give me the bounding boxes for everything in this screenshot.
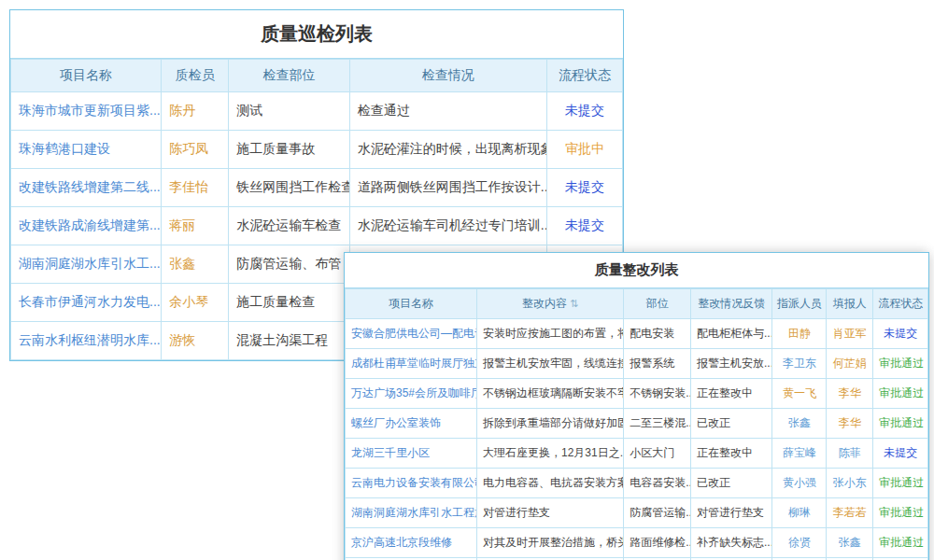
col-header-assigned: 指派人员 xyxy=(772,289,827,319)
table-row[interactable]: 成都杜甫草堂临时展厅独立展... 报警主机安放牢固，线缆连接... 报警系统 报… xyxy=(346,349,928,379)
table-row[interactable]: 云南电力设备安装有限公司20... 电力电容器、电抗器安装方案,... 电容器安… xyxy=(346,469,928,498)
table-row[interactable]: 龙湖三千里小区 大理石座更换，12月31日之... 小区大门 正在整改中 薛宝峰… xyxy=(346,439,928,469)
table-row[interactable]: 珠海鹤港口建设 陈巧凤 施工质量事故 水泥砼灌注的时候，出现离析现象 审批中 xyxy=(11,131,623,169)
col-header-status: 流程状态 xyxy=(873,289,928,319)
rectify-part: 二至三楼混... xyxy=(624,409,691,439)
reporter-name[interactable]: 李若若 xyxy=(833,506,867,519)
table-row[interactable]: 改建铁路成渝线增建第... 蒋丽 水泥砼运输车检查 水泥砼运输车司机经过专门培训… xyxy=(11,207,623,245)
table-row[interactable]: 京沪高速北京段维修 对其及时开展整治措施，桥头... 路面维修检... 补齐缺失… xyxy=(346,528,928,558)
status-badge: 未提交 xyxy=(565,217,604,232)
inspection-location: 施工质量检查 xyxy=(229,284,350,322)
col-header-status: 流程状态 xyxy=(546,60,622,92)
sort-icon[interactable]: ⇅ xyxy=(570,298,578,309)
inspector-name[interactable]: 陈丹 xyxy=(169,103,195,118)
status-badge: 未提交 xyxy=(884,446,917,459)
rectify-content: 不锈钢边框玻璃隔断安装不牢... xyxy=(477,379,624,409)
rectify-part: 防腐管运输... xyxy=(624,498,691,528)
inspection-situation: 检查通过 xyxy=(349,92,546,131)
rectify-content: 拆除到承重墙部分请做好加固... xyxy=(477,409,624,439)
rectification-table-card: 质量整改列表 项目名称 整改内容⇅ 部位 整改情况反馈 指派人员 填报人 流程状… xyxy=(344,252,929,560)
project-link[interactable]: 湖南洞庭湖水库引水工程施工1标 xyxy=(351,506,477,519)
status-badge: 未提交 xyxy=(884,327,917,340)
rectify-content: 对其及时开展整治措施，桥头... xyxy=(477,528,624,558)
rectify-part: 不锈钢安装... xyxy=(624,379,691,409)
inspector-name[interactable]: 张鑫 xyxy=(169,256,195,271)
project-link[interactable]: 万达广场35#会所及咖啡厅空... xyxy=(351,386,477,399)
table-row[interactable]: 万达广场35#会所及咖啡厅空... 不锈钢边框玻璃隔断安装不牢... 不锈钢安装… xyxy=(346,379,928,409)
rectify-content: 大理石座更换，12月31日之... xyxy=(477,439,624,469)
table-row[interactable]: 安徽合肥供电公司—配电设备... 安装时应按施工图的布置，将... 配电安装 配… xyxy=(346,319,928,349)
project-link[interactable]: 京沪高速北京段维修 xyxy=(351,536,452,549)
project-link[interactable]: 成都杜甫草堂临时展厅独立展... xyxy=(351,357,477,370)
inspection-situation: 道路两侧铁丝网围挡工作按设计... xyxy=(349,169,546,207)
project-link[interactable]: 云南电力设备安装有限公司20... xyxy=(351,476,477,489)
col-header-reporter: 填报人 xyxy=(827,289,873,319)
inspection-header-row: 项目名称 质检员 检查部位 检查情况 流程状态 xyxy=(11,60,623,92)
inspection-table-title: 质量巡检列表 xyxy=(10,10,623,59)
assigned-person[interactable]: 张鑫 xyxy=(788,416,811,429)
col-header-part: 部位 xyxy=(624,289,691,319)
col-header-location: 检查部位 xyxy=(229,60,350,92)
assigned-person[interactable]: 黄小强 xyxy=(783,476,816,489)
inspection-situation: 水泥砼灌注的时候，出现离析现象 xyxy=(349,131,546,169)
rectify-feedback: 正在整改中 xyxy=(691,439,772,469)
project-link[interactable]: 龙湖三千里小区 xyxy=(351,446,430,459)
assigned-person[interactable]: 徐贤 xyxy=(788,536,811,549)
status-badge: 审批通过 xyxy=(879,536,924,549)
inspector-name[interactable]: 蒋丽 xyxy=(169,217,195,232)
inspection-location: 水泥砼运输车检查 xyxy=(229,207,350,245)
rectification-table: 项目名称 整改内容⇅ 部位 整改情况反馈 指派人员 填报人 流程状态 安徽合肥供… xyxy=(345,288,928,560)
status-badge: 审批通过 xyxy=(879,506,924,519)
status-badge: 审批通过 xyxy=(879,386,924,399)
inspection-location: 混凝土沟渠工程 xyxy=(229,322,350,360)
inspector-name[interactable]: 陈巧凤 xyxy=(169,141,208,156)
col-header-content[interactable]: 整改内容⇅ xyxy=(477,289,624,319)
table-row[interactable]: 湖南洞庭湖水库引水工程施工1标 对管进行垫支 防腐管运输... 对管进行垫支 柳… xyxy=(346,498,928,528)
project-link[interactable]: 螺丝厂办公室装饰 xyxy=(351,416,441,429)
col-header-situation: 检查情况 xyxy=(349,60,546,92)
rectify-part: 配电安装 xyxy=(624,319,691,349)
project-link[interactable]: 改建铁路线增建第二线... xyxy=(19,179,161,194)
inspection-situation: 水泥砼运输车司机经过专门培训... xyxy=(349,207,546,245)
col-header-feedback: 整改情况反馈 xyxy=(691,289,772,319)
col-header-content-label: 整改内容 xyxy=(522,297,567,310)
project-link[interactable]: 长春市伊通河水力发电... xyxy=(19,294,161,309)
rectify-feedback: 报警主机安放... xyxy=(691,349,772,379)
project-link[interactable]: 湖南洞庭湖水库引水工... xyxy=(19,256,161,271)
rectification-header-row: 项目名称 整改内容⇅ 部位 整改情况反馈 指派人员 填报人 流程状态 xyxy=(346,289,928,319)
table-row[interactable]: 改建铁路线增建第二线... 李佳怡 铁丝网围挡工作检查 道路两侧铁丝网围挡工作按… xyxy=(11,169,623,207)
assigned-person[interactable]: 李卫东 xyxy=(783,357,816,370)
inspector-name[interactable]: 余小琴 xyxy=(169,294,208,309)
assigned-person[interactable]: 柳琳 xyxy=(788,506,811,519)
reporter-name[interactable]: 陈菲 xyxy=(839,446,861,459)
assigned-person[interactable]: 薛宝峰 xyxy=(783,446,816,459)
project-link[interactable]: 云南水利枢纽潜明水库... xyxy=(19,332,161,347)
rectify-content: 安装时应按施工图的布置，将... xyxy=(477,319,624,349)
inspector-name[interactable]: 李佳怡 xyxy=(169,179,208,194)
reporter-name[interactable]: 张鑫 xyxy=(839,536,861,549)
table-row[interactable]: 珠海市城市更新项目紫... 陈丹 测试 检查通过 未提交 xyxy=(11,92,623,131)
rectify-part: 报警系统 xyxy=(624,349,691,379)
reporter-name[interactable]: 李华 xyxy=(839,416,861,429)
reporter-name[interactable]: 肖亚军 xyxy=(833,327,867,340)
assigned-person[interactable]: 田静 xyxy=(788,327,811,340)
project-link[interactable]: 改建铁路成渝线增建第... xyxy=(19,217,161,232)
rectify-part: 电容器安装... xyxy=(624,469,691,498)
rectify-feedback: 补齐缺失标志... xyxy=(691,528,772,558)
reporter-name[interactable]: 李华 xyxy=(839,386,861,399)
table-row[interactable]: 螺丝厂办公室装饰 拆除到承重墙部分请做好加固... 二至三楼混... 已改正 张… xyxy=(346,409,928,439)
project-link[interactable]: 珠海鹤港口建设 xyxy=(19,141,110,156)
assigned-person[interactable]: 黄一飞 xyxy=(783,386,816,399)
reporter-name[interactable]: 张小东 xyxy=(833,476,867,489)
rectify-content: 报警主机安放牢固，线缆连接... xyxy=(477,349,624,379)
status-badge: 审批中 xyxy=(565,141,604,156)
reporter-name[interactable]: 何芷娟 xyxy=(833,357,867,370)
project-link[interactable]: 珠海市城市更新项目紫... xyxy=(19,103,161,118)
rectify-feedback: 已改正 xyxy=(691,409,772,439)
rectify-part: 路面维修检... xyxy=(624,528,691,558)
rectify-feedback: 已改正 xyxy=(691,469,772,498)
inspector-name[interactable]: 游恢 xyxy=(169,332,195,347)
rectify-content: 对管进行垫支 xyxy=(477,498,624,528)
status-badge: 未提交 xyxy=(565,103,604,118)
project-link[interactable]: 安徽合肥供电公司—配电设备... xyxy=(351,327,477,340)
